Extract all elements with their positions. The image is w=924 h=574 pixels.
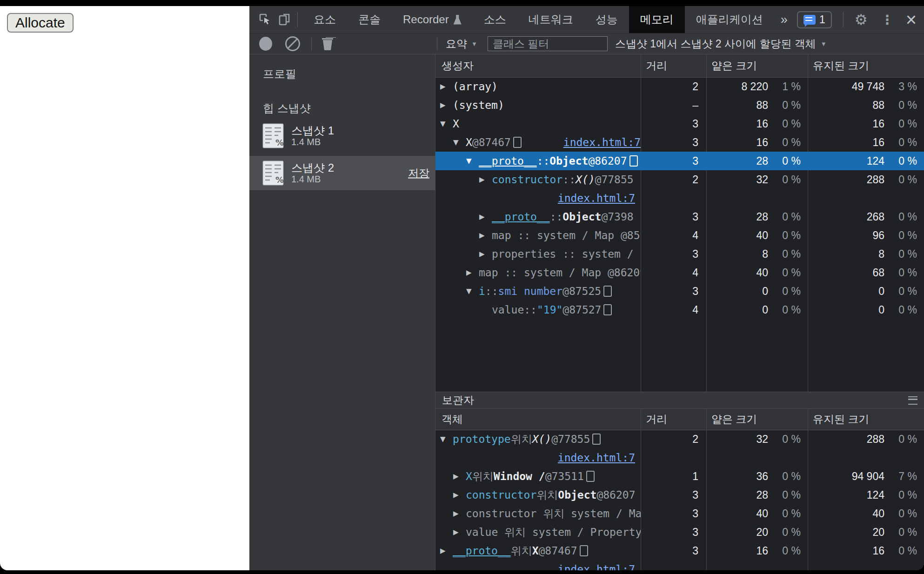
expanded-arrow-icon[interactable]: ▼: [440, 120, 453, 128]
col-header-distance[interactable]: 거리: [641, 59, 706, 73]
column-divider[interactable]: [706, 409, 707, 570]
col-header-shallow[interactable]: 얕은 크기: [706, 412, 808, 427]
row-text: 위치: [511, 544, 532, 558]
row-text: X: [466, 136, 472, 148]
collapsed-arrow-icon[interactable]: ▶: [440, 101, 453, 109]
source-link[interactable]: index.html:7: [558, 192, 635, 204]
settings-gear-icon[interactable]: ⚙: [855, 13, 868, 27]
distance-cell: 3: [641, 504, 706, 523]
perspective-label: 요약: [446, 37, 467, 51]
retained-size-cell: 2880 %: [808, 170, 924, 207]
snapshot-scope-select[interactable]: 스냅샷 1에서 스냅샷 2 사이에 할당된 객체 ▼: [615, 37, 827, 51]
column-divider[interactable]: [641, 54, 641, 392]
collapsed-arrow-icon[interactable]: ▶: [479, 213, 492, 221]
collapsed-arrow-icon[interactable]: ▶: [453, 472, 466, 481]
browser-window: Allocate 요소콘솔Recorder소스네트워크성능메모리애플리케이션 »: [0, 6, 924, 570]
table-row[interactable]: ▶value 위치 system / PropertyCe3200 %200 %: [435, 523, 924, 541]
row-text: value 위치 system / PropertyCe: [466, 525, 641, 540]
collapsed-arrow-icon[interactable]: ▶: [479, 175, 492, 184]
table-row-selected[interactable]: ▼__proto__ :: Object @86207 3280 %1240 %: [435, 152, 924, 170]
save-snapshot-link[interactable]: 저장: [408, 166, 429, 180]
table-row[interactable]: value :: "19" @87527 400 %00 %: [435, 300, 924, 319]
collapsed-arrow-icon[interactable]: ▶: [440, 82, 453, 91]
source-link[interactable]: index.html:7: [558, 452, 635, 464]
retained-size-cell: 160 %: [808, 114, 924, 133]
collapsed-arrow-icon[interactable]: ▶: [440, 547, 453, 555]
more-options-icon[interactable]: ⋮: [881, 12, 894, 27]
tab-메모리[interactable]: 메모리: [629, 6, 685, 33]
device-toolbar-icon[interactable]: [277, 12, 293, 27]
table-row[interactable]: ▶__proto__ :: Object @73983280 %2680 %: [435, 207, 924, 226]
table-row[interactable]: ▶properties :: system / Pr380 %80 %: [435, 245, 924, 263]
tree-cell: ▶value 위치 system / PropertyCe: [435, 523, 641, 541]
tab-소스[interactable]: 소스: [473, 6, 517, 33]
snapshot-size: 1.4 MB: [291, 137, 334, 147]
class-filter-input[interactable]: [488, 36, 608, 51]
table-row[interactable]: ▼i :: smi number @87525 300 %00 %: [435, 282, 924, 300]
inspect-element-icon[interactable]: [257, 12, 273, 27]
source-link[interactable]: index.html:7: [558, 563, 635, 570]
table-row[interactable]: ▶constructor :: X() @77855index.html:723…: [435, 170, 924, 207]
table-row[interactable]: ▶constructor 위치 Object @862073280 %1240 …: [435, 486, 924, 504]
size-percent: 0 %: [884, 96, 917, 114]
source-link[interactable]: index.html:7: [563, 136, 641, 148]
collapsed-arrow-icon[interactable]: ▶: [479, 250, 492, 258]
col-header-shallow[interactable]: 얕은 크기: [706, 59, 808, 73]
sidebar-item-snapshot-2[interactable]: % 스냅샷 2 1.4 MB 저장: [249, 156, 435, 190]
column-divider[interactable]: [706, 54, 707, 392]
perspective-select[interactable]: 요약 ▼: [446, 37, 477, 51]
table-row[interactable]: ▶(system)–880 %880 %: [435, 96, 924, 114]
col-header-distance[interactable]: 거리: [641, 412, 706, 427]
shallow-size-cell: 200 %: [706, 523, 808, 541]
size-value: 20: [808, 523, 884, 541]
issues-bubble-icon: [803, 15, 816, 25]
collapsed-arrow-icon[interactable]: ▶: [453, 528, 466, 536]
collapsed-arrow-icon[interactable]: ▶: [453, 491, 466, 499]
table-row[interactable]: ▶X 위치 Window / @73511 1360 %94 9047 %: [435, 467, 924, 486]
chevron-down-icon: ▼: [471, 40, 477, 47]
column-divider[interactable]: [641, 409, 641, 570]
row-text: "19": [537, 304, 562, 316]
table-row[interactable]: ▶map :: system / Map @85974400 %960 %: [435, 226, 924, 245]
distance-cell: 4: [641, 300, 706, 319]
sidebar-item-snapshot-1[interactable]: % 스냅샷 1 1.4 MB: [249, 119, 435, 153]
table-row[interactable]: ▶(array)28 2201 %49 7483 %: [435, 77, 924, 96]
retainers-menu-icon[interactable]: [908, 396, 917, 405]
col-header-retained[interactable]: 유지된 크기: [808, 412, 924, 427]
close-devtools-icon[interactable]: ×: [906, 10, 917, 29]
collapsed-arrow-icon[interactable]: ▶: [453, 509, 466, 518]
expanded-arrow-icon[interactable]: ▼: [466, 157, 479, 165]
heap-snapshots-heading: 힙 스냅샷: [249, 101, 435, 116]
table-row[interactable]: ▼X3160 %160 %: [435, 114, 924, 133]
column-divider[interactable]: [808, 54, 808, 392]
expanded-arrow-icon[interactable]: ▼: [440, 435, 453, 443]
table-row[interactable]: ▶map :: system / Map @862094400 %680 %: [435, 263, 924, 282]
table-row[interactable]: ▼prototype 위치 X() @77855 index.html:7232…: [435, 430, 924, 467]
col-header-object[interactable]: 객체: [435, 412, 641, 427]
expanded-arrow-icon[interactable]: ▼: [466, 287, 479, 295]
clear-profiles-icon[interactable]: [285, 36, 300, 51]
record-heap-icon[interactable]: [259, 37, 272, 51]
collapsed-arrow-icon[interactable]: ▶: [466, 268, 479, 277]
allocate-button[interactable]: Allocate: [7, 13, 74, 33]
table-row[interactable]: ▶__proto__ 위치 X @87467 index.html:73160 …: [435, 541, 924, 570]
tab-Recorder[interactable]: Recorder: [392, 6, 473, 33]
tab-요소[interactable]: 요소: [302, 6, 347, 33]
snapshot-file-icon: %: [262, 123, 284, 148]
issues-badge[interactable]: 1: [797, 11, 832, 28]
collapsed-arrow-icon[interactable]: ▶: [479, 231, 492, 240]
table-row[interactable]: ▼X @87467 index.html:73160 %160 %: [435, 133, 924, 152]
table-row[interactable]: ▶constructor 위치 system / Map @3400 %400 …: [435, 504, 924, 523]
delete-profile-icon[interactable]: [322, 37, 333, 50]
tab-성능[interactable]: 성능: [584, 6, 629, 33]
col-header-constructor[interactable]: 생성자: [435, 59, 641, 73]
expanded-arrow-icon[interactable]: ▼: [453, 138, 466, 147]
more-tabs-button[interactable]: »: [774, 13, 794, 27]
tab-애플리케이션[interactable]: 애플리케이션: [685, 6, 774, 33]
tab-콘솔[interactable]: 콘솔: [347, 6, 392, 33]
tab-네트워크[interactable]: 네트워크: [517, 6, 584, 33]
row-text: X(): [576, 174, 595, 186]
col-header-retained[interactable]: 유지된 크기: [808, 59, 924, 73]
column-divider[interactable]: [808, 409, 808, 570]
retained-size-cell: 00 %: [808, 282, 924, 300]
